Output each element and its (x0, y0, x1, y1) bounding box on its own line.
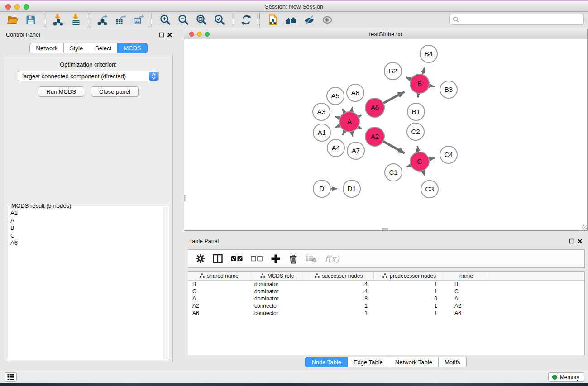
refresh-icon[interactable] (237, 13, 255, 27)
mcds-result-item[interactable]: C (10, 232, 163, 240)
mcds-result-item[interactable]: A2 (10, 210, 163, 217)
select-stepper-icon (149, 72, 158, 81)
node-A[interactable]: A (339, 112, 359, 132)
close-panel-icon[interactable] (577, 238, 583, 244)
import-network-icon[interactable] (48, 13, 67, 27)
delete-column-trash-icon[interactable] (288, 254, 298, 264)
node-C1[interactable]: C1 (385, 164, 402, 181)
svg-text:A6: A6 (371, 104, 379, 111)
task-history-button[interactable] (5, 372, 17, 382)
zoom-out-icon[interactable] (174, 13, 192, 27)
memory-label: Memory (560, 374, 579, 381)
criterion-select[interactable]: largest connected component (directed) (18, 71, 159, 81)
export-network-icon[interactable] (93, 13, 111, 27)
create-column-plus-icon[interactable] (271, 254, 281, 264)
tab-network[interactable]: Network (29, 43, 64, 53)
node-C2[interactable]: C2 (407, 123, 424, 140)
node-A5[interactable]: A5 (327, 87, 344, 105)
cell-predecessor-nodes: 1 (374, 303, 445, 309)
zoom-in-icon[interactable] (156, 13, 174, 27)
memory-button[interactable]: Memory (548, 372, 584, 382)
result-scrollbar[interactable] (163, 207, 168, 359)
network-from-selection-icon[interactable] (264, 13, 282, 27)
split-grip-icon[interactable] (382, 228, 388, 230)
show-hidden-icon[interactable] (318, 13, 336, 27)
cell-name: C (445, 288, 488, 295)
control-panel-title: Control Panel (6, 32, 40, 38)
table-row[interactable]: Cdominator41C (188, 288, 584, 295)
open-session-icon[interactable] (4, 13, 22, 27)
node-A1[interactable]: A1 (313, 124, 330, 141)
tab-motifs[interactable]: Motifs (438, 357, 467, 367)
node-A6[interactable]: A6 (365, 98, 384, 117)
table-row[interactable]: A6connector11A6 (188, 310, 584, 317)
table-panel-title: Table Panel (189, 238, 219, 244)
node-B1[interactable]: B1 (407, 103, 425, 120)
table-settings-gear-icon[interactable] (196, 254, 205, 263)
export-table-icon[interactable] (111, 13, 129, 27)
node-A4[interactable]: A4 (327, 139, 344, 157)
save-session-icon[interactable] (22, 13, 40, 27)
table-row[interactable]: Adominator80A (188, 295, 584, 302)
node-C4[interactable]: C4 (440, 146, 457, 163)
toolbar-separator (44, 13, 44, 27)
export-image-icon[interactable] (129, 13, 148, 27)
select-all-columns-icon[interactable] (231, 254, 243, 263)
node-table: shared nameMCDS rolesuccessor nodesprede… (188, 271, 585, 355)
zoom-fit-icon[interactable] (192, 13, 210, 27)
node-B[interactable]: B (410, 74, 429, 93)
column-header-successor-nodes[interactable]: successor nodes (304, 272, 374, 280)
close-panel-icon[interactable] (167, 32, 172, 38)
column-header-predecessor-nodes[interactable]: predecessor nodes (374, 272, 445, 280)
float-panel-icon[interactable] (159, 32, 164, 38)
svg-text:B4: B4 (425, 50, 433, 57)
node-C[interactable]: C (410, 152, 429, 171)
cell-successor-nodes: 1 (304, 310, 374, 316)
tab-edge-table[interactable]: Edge Table (347, 357, 389, 367)
column-header-shared-name[interactable]: shared name (188, 272, 250, 280)
import-table-icon[interactable] (67, 13, 85, 27)
tab-style[interactable]: Style (63, 43, 89, 53)
column-header-name[interactable]: name (445, 272, 488, 280)
zoom-selected-icon[interactable] (210, 13, 229, 27)
tab-node-table[interactable]: Node Table (305, 357, 348, 367)
run-mcds-button[interactable]: Run MCDS (38, 86, 84, 97)
node-B3[interactable]: B3 (440, 81, 457, 98)
node-B4[interactable]: B4 (420, 45, 437, 62)
column-header-empty (488, 272, 584, 280)
split-grip-icon[interactable] (184, 195, 186, 201)
svg-text:A8: A8 (351, 89, 359, 96)
cell-predecessor-nodes: 1 (374, 288, 445, 295)
memory-status-icon (552, 375, 557, 380)
mcds-result-item[interactable]: B (10, 224, 163, 232)
node-C3[interactable]: C3 (421, 181, 438, 198)
show-all-icon[interactable] (282, 13, 300, 27)
mcds-result-item[interactable]: A (10, 217, 163, 225)
node-A8[interactable]: A8 (347, 84, 364, 101)
node-D1[interactable]: D1 (343, 180, 360, 197)
node-A3[interactable]: A3 (313, 103, 330, 120)
mcds-result-item[interactable]: A6 (10, 239, 163, 247)
column-header-MCDS-role[interactable]: MCDS role (250, 272, 304, 280)
optimization-criterion-label: Optimization criterion: (4, 61, 172, 68)
node-A7[interactable]: A7 (347, 142, 364, 159)
network-canvas[interactable]: AA2A6BCA1A3A4A5A7A8B1B2B3B4C1C2C3C4DD1 (184, 39, 587, 230)
svg-text:A3: A3 (317, 108, 325, 115)
float-panel-icon[interactable] (569, 238, 574, 244)
search-input[interactable] (459, 15, 583, 24)
svg-text:C2: C2 (411, 128, 420, 135)
close-panel-button[interactable]: Close panel (91, 86, 139, 97)
tab-mcds[interactable]: MCDS (117, 43, 147, 53)
hide-selected-icon[interactable] (300, 13, 318, 27)
resize-handle-icon[interactable] (582, 225, 587, 230)
tab-network-table[interactable]: Network Table (389, 357, 439, 367)
search-field[interactable] (449, 14, 584, 25)
table-row[interactable]: A2connector11A2 (188, 302, 584, 310)
table-row[interactable]: Bdominator41B (188, 281, 584, 288)
node-A2[interactable]: A2 (365, 127, 384, 146)
show-column-panel-icon[interactable] (213, 254, 223, 263)
deselect-all-columns-icon[interactable] (251, 254, 263, 263)
node-D[interactable]: D (313, 180, 330, 197)
tab-select[interactable]: Select (89, 43, 118, 53)
node-B2[interactable]: B2 (384, 62, 402, 80)
